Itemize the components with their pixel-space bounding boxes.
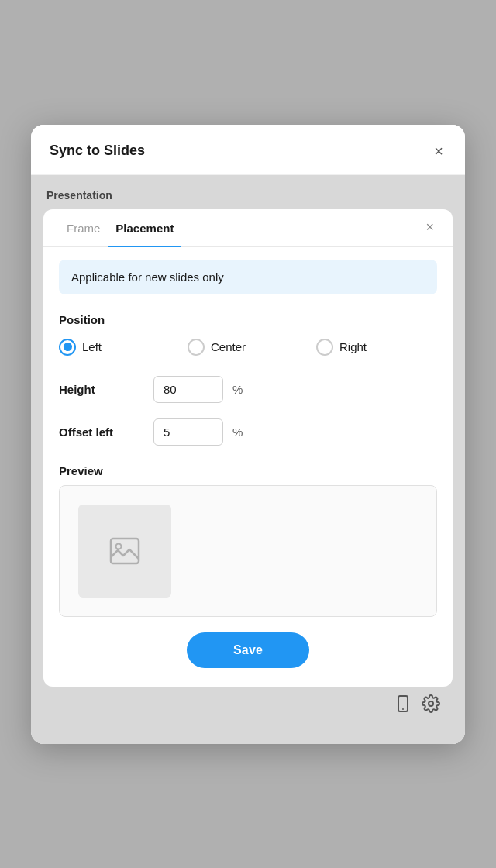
image-placeholder-icon (108, 534, 142, 568)
inner-card: Frame Placement × Applicable for new sli… (43, 209, 453, 687)
preview-label: Preview (43, 453, 453, 485)
top-bar: Sync to Slides × (31, 125, 465, 175)
offset-left-unit: % (232, 425, 243, 439)
radio-circle-left (59, 339, 76, 356)
radio-circle-center (188, 339, 205, 356)
device-icon[interactable] (394, 694, 412, 718)
tabs-row: Frame Placement × (43, 209, 453, 247)
preview-image-placeholder (78, 505, 171, 598)
preview-box (59, 485, 437, 617)
tab-placement[interactable]: Placement (108, 209, 181, 247)
sync-to-slides-dialog: Sync to Slides × Presentation Frame Plac… (31, 125, 465, 744)
position-radio-group: Left Center Right (43, 334, 453, 368)
radio-label-center: Center (211, 340, 246, 353)
radio-label-left: Left (82, 340, 102, 353)
height-label: Height (59, 383, 144, 396)
svg-point-3 (402, 708, 404, 710)
settings-icon[interactable] (422, 694, 440, 718)
tabs-close-button[interactable]: × (422, 216, 437, 239)
bottom-toolbar (43, 687, 453, 725)
svg-point-1 (116, 543, 122, 549)
offset-left-row: Offset left % (43, 411, 453, 453)
radio-item-left[interactable]: Left (59, 339, 180, 356)
svg-point-4 (429, 701, 433, 706)
offset-left-input[interactable] (153, 418, 223, 446)
height-input[interactable] (153, 376, 223, 403)
height-row: Height % (43, 368, 453, 411)
dialog-title: Sync to Slides (50, 143, 145, 159)
close-dialog-button[interactable]: × (431, 142, 446, 160)
gray-area: Presentation Frame Placement × Applicabl… (31, 175, 465, 744)
offset-left-label: Offset left (59, 425, 144, 439)
position-label: Position (43, 302, 453, 334)
svg-rect-0 (111, 539, 139, 563)
height-unit: % (232, 383, 243, 396)
tab-frame[interactable]: Frame (59, 209, 108, 247)
radio-item-center[interactable]: Center (188, 339, 308, 356)
save-button[interactable]: Save (187, 632, 309, 668)
presentation-label: Presentation (43, 189, 453, 202)
radio-label-right: Right (339, 340, 367, 353)
radio-item-right[interactable]: Right (316, 339, 437, 356)
info-banner: Applicable for new slides only (59, 260, 437, 294)
radio-circle-right (316, 339, 333, 356)
save-button-row: Save (43, 617, 453, 668)
